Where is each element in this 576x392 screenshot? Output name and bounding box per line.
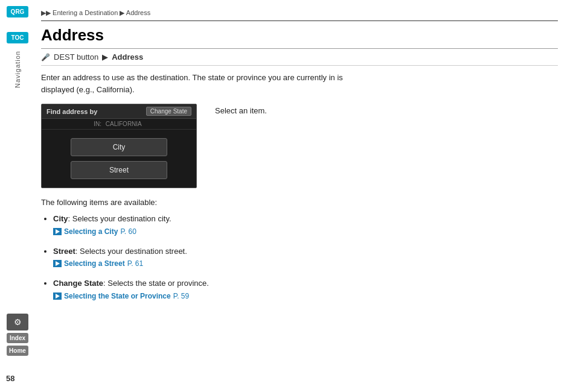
state-value: CALIFORNIA xyxy=(106,121,142,127)
item-term-change-state: Change State xyxy=(53,279,103,288)
link-page-city[interactable]: P. 60 xyxy=(120,226,136,237)
item-term-street: Street xyxy=(53,247,75,256)
sidebar-tab-qrg[interactable]: QRG xyxy=(7,6,28,17)
nav-screen-title: Find address by xyxy=(46,108,97,115)
link-page-street[interactable]: P. 61 xyxy=(127,258,143,269)
link-icon-change-state xyxy=(53,292,62,300)
breadcrumb-part1: Entering a Destination xyxy=(53,9,118,16)
subtitle-dest-label: DEST button xyxy=(54,52,98,62)
list-item: City: Selects your destination city. Sel… xyxy=(53,213,558,237)
link-selecting-street[interactable]: Selecting a Street xyxy=(64,258,125,269)
link-selecting-city[interactable]: Selecting a City xyxy=(64,226,118,237)
breadcrumb-arrow1: ▶▶ xyxy=(41,9,51,16)
item-list: City: Selects your destination city. Sel… xyxy=(41,213,558,302)
list-item: Street: Selects your destination street.… xyxy=(53,245,558,270)
nav-screen-state: IN: CALIFORNIA xyxy=(42,119,196,130)
sidebar-tab-home[interactable]: Home xyxy=(7,346,28,356)
sidebar-nav-label: Navigation xyxy=(14,51,21,88)
breadcrumb: ▶▶ Entering a Destination ▶ Address xyxy=(41,9,558,21)
change-state-btn[interactable]: Change State xyxy=(146,107,191,116)
dest-icon: 🎤 xyxy=(41,53,50,62)
link-ref-city: Selecting a City P. 60 xyxy=(53,226,558,237)
breadcrumb-arrow2: ▶ xyxy=(120,9,124,16)
sidebar-bottom-buttons: ⚙ Index Home xyxy=(7,314,28,356)
nav-screen-header: Find address by Change State xyxy=(42,104,196,119)
item-term-city: City xyxy=(53,214,68,223)
breadcrumb-part2: Address xyxy=(126,9,150,16)
description-text: Enter an address to use as the destinati… xyxy=(41,72,355,95)
item-desc-city: : Selects your destination city. xyxy=(68,214,171,223)
items-header: The following items are available: xyxy=(41,198,558,207)
sidebar-icon-button[interactable]: ⚙ xyxy=(7,314,28,330)
state-prefix: IN: xyxy=(94,121,101,127)
nav-city-button[interactable]: City xyxy=(71,138,167,156)
item-desc-change-state: : Selects the state or province. xyxy=(103,279,209,288)
sidebar: QRG TOC Navigation ⚙ Index Home 58 xyxy=(0,0,35,392)
main-content: ▶▶ Entering a Destination ▶ Address Addr… xyxy=(35,0,576,392)
sidebar-tab-toc[interactable]: TOC xyxy=(7,32,28,43)
link-icon-city xyxy=(53,228,62,235)
link-page-change-state[interactable]: P. 59 xyxy=(173,291,189,302)
list-item: Change State: Selects the state or provi… xyxy=(53,277,558,302)
link-selecting-state[interactable]: Selecting the State or Province xyxy=(64,291,171,302)
sidebar-tab-index[interactable]: Index xyxy=(7,333,28,343)
item-desc-street: : Selects your destination street. xyxy=(75,247,187,256)
subtitle-bold-label: Address xyxy=(112,52,143,62)
gear-icon: ⚙ xyxy=(14,317,22,327)
link-ref-change-state: Selecting the State or Province P. 59 xyxy=(53,291,558,302)
subtitle-bar: 🎤 DEST button ▶ Address xyxy=(41,52,558,66)
link-ref-street: Selecting a Street P. 61 xyxy=(53,258,558,269)
page-number: 58 xyxy=(6,374,14,383)
page-title: Address xyxy=(41,26,558,49)
content-row: Find address by Change State IN: CALIFOR… xyxy=(41,104,558,188)
nav-street-button[interactable]: Street xyxy=(71,161,167,179)
nav-screen-body: City Street xyxy=(42,130,196,188)
select-text: Select an item. xyxy=(215,104,267,115)
subtitle-arrow: ▶ xyxy=(102,52,108,62)
nav-screen: Find address by Change State IN: CALIFOR… xyxy=(41,104,197,188)
link-icon-street xyxy=(53,260,62,267)
